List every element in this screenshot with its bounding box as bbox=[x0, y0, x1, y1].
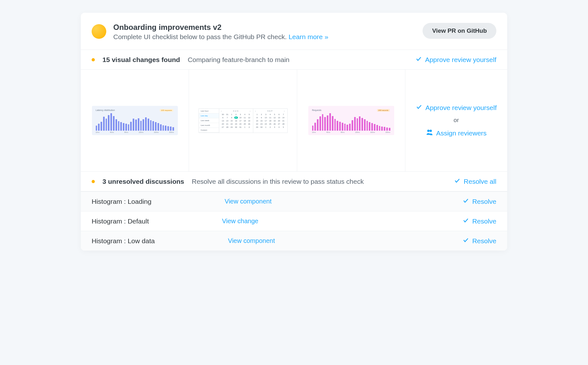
snapshot-thumb-3[interactable]: Requests 200 records 10ms40ms80ms120ms16… bbox=[297, 70, 405, 171]
assign-reviewers-link[interactable]: Assign reviewers bbox=[426, 129, 487, 137]
discussion-row: Histogram : Low dataView componentResolv… bbox=[81, 231, 507, 251]
discussion-name: Histogram : Loading bbox=[92, 198, 151, 205]
users-icon bbox=[426, 129, 433, 137]
visual-changes-bar: 15 visual changes found Comparing featur… bbox=[81, 50, 507, 70]
changes-count: 15 visual changes found bbox=[102, 56, 180, 64]
discussion-view-link[interactable]: View component bbox=[228, 237, 275, 244]
review-card: Onboarding improvements v2 Complete UI c… bbox=[81, 13, 507, 251]
approve-self-link[interactable]: Approve review yourself bbox=[416, 104, 497, 112]
resolve-all-link[interactable]: Resolve all bbox=[454, 177, 496, 185]
resolve-link[interactable]: Resolve bbox=[463, 237, 496, 245]
resolve-link[interactable]: Resolve bbox=[463, 197, 496, 205]
pr-header: Onboarding improvements v2 Complete UI c… bbox=[81, 13, 507, 50]
discussion-view-link[interactable]: View component bbox=[225, 198, 272, 205]
pr-subtitle: Complete UI checklist below to pass the … bbox=[113, 33, 328, 41]
discussions-count: 3 unresolved discussions bbox=[102, 178, 184, 185]
learn-more-link[interactable]: Learn more » bbox=[289, 33, 328, 40]
discussion-row: Histogram : LoadingView componentResolve bbox=[81, 191, 507, 211]
discussion-view-link[interactable]: View change bbox=[222, 217, 258, 224]
discussions-subtitle: Resolve all discussions in this review t… bbox=[192, 178, 364, 185]
snapshot-thumb-1[interactable]: Latency distribution 100 requests 10ms40… bbox=[81, 70, 189, 171]
check-icon bbox=[454, 177, 460, 185]
or-separator: or bbox=[454, 117, 459, 124]
changes-comparing: Comparing feature-branch to main bbox=[188, 56, 290, 64]
view-pr-button[interactable]: View PR on GitHub bbox=[423, 23, 496, 39]
pending-dot-icon bbox=[92, 180, 95, 183]
pending-dot-icon bbox=[92, 58, 95, 61]
snapshot-thumb-2[interactable]: Last hourLast dayLast weekLast monthCust… bbox=[189, 70, 297, 171]
check-icon bbox=[463, 217, 469, 225]
check-icon bbox=[463, 197, 469, 205]
discussion-name: Histogram : Default bbox=[92, 217, 149, 225]
discussion-row: Histogram : DefaultView changeResolve bbox=[81, 211, 507, 231]
discussion-name: Histogram : Low data bbox=[92, 237, 155, 245]
discussions-bar: 3 unresolved discussions Resolve all dis… bbox=[81, 172, 507, 191]
check-icon bbox=[463, 237, 469, 245]
approve-self-link-top[interactable]: Approve review yourself bbox=[416, 56, 496, 64]
snapshot-actions: Approve review yourself or Assign review… bbox=[405, 70, 507, 171]
status-dot-pending bbox=[92, 24, 106, 39]
check-icon bbox=[416, 56, 422, 64]
check-icon bbox=[416, 104, 422, 112]
pr-title: Onboarding improvements v2 bbox=[113, 23, 328, 32]
discussions-list: Histogram : LoadingView componentResolve… bbox=[81, 191, 507, 251]
resolve-link[interactable]: Resolve bbox=[463, 217, 496, 225]
snapshot-thumbnails: Latency distribution 100 requests 10ms40… bbox=[81, 70, 507, 172]
